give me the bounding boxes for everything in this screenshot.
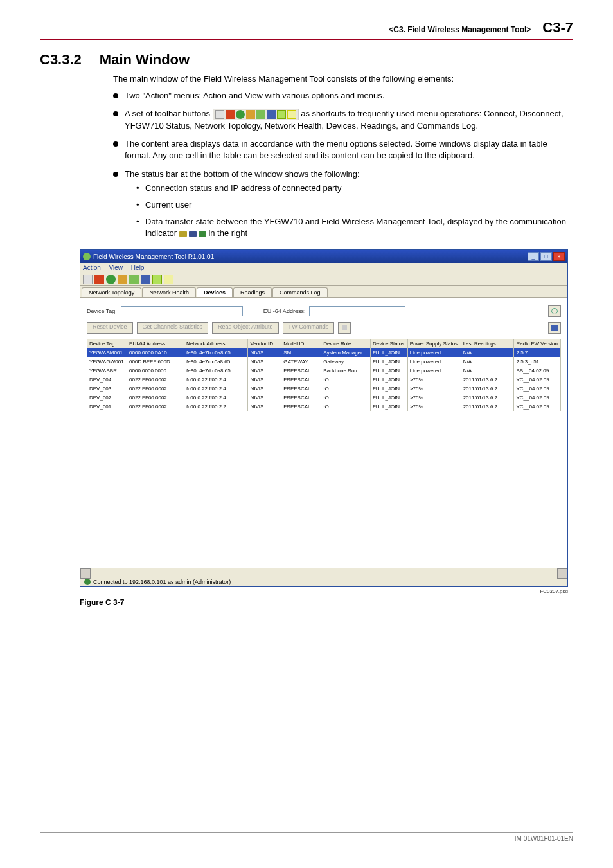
table-cell[interactable]: FULL_JOIN bbox=[370, 402, 407, 411]
table-cell[interactable]: NIVIS bbox=[248, 375, 281, 384]
column-header[interactable]: Network Address bbox=[184, 339, 248, 348]
table-cell[interactable]: FREESCAL... bbox=[281, 375, 321, 384]
table-cell[interactable]: N/A bbox=[461, 366, 514, 375]
tb-health-icon[interactable] bbox=[129, 275, 139, 284]
table-cell[interactable]: DEV_002 bbox=[87, 393, 127, 402]
table-cell[interactable]: IO bbox=[321, 402, 371, 411]
column-header[interactable]: Model ID bbox=[281, 339, 321, 348]
table-cell[interactable]: FULL_JOIN bbox=[370, 348, 407, 357]
table-cell[interactable]: 2011/01/13 6:2... bbox=[461, 375, 514, 384]
table-cell[interactable]: SM bbox=[281, 348, 321, 357]
table-row[interactable]: DEV_0010022:FF00:0002:...fc00:0:22:ff00:… bbox=[87, 402, 561, 411]
table-cell[interactable]: YFGW-SM001 bbox=[87, 348, 127, 357]
table-cell[interactable]: 0022:FF00:0002:... bbox=[127, 402, 184, 411]
table-cell[interactable]: NIVIS bbox=[248, 348, 281, 357]
tb-topology-icon[interactable] bbox=[118, 275, 127, 284]
table-cell[interactable]: IO bbox=[321, 393, 371, 402]
column-header[interactable]: EUI-64 Address bbox=[127, 339, 184, 348]
table-cell[interactable]: YC__04.02.09 bbox=[514, 375, 561, 384]
tb-commands-icon[interactable] bbox=[164, 275, 173, 284]
table-cell[interactable]: 0022:FF00:0002:... bbox=[127, 384, 184, 393]
tab-devices[interactable]: Devices bbox=[197, 287, 233, 297]
table-row[interactable]: YFGW-BBR0010000:0000:0000:...fe80::4e7d:… bbox=[87, 366, 561, 375]
tab-network-health[interactable]: Network Health bbox=[142, 287, 196, 297]
tb-disconnect-icon[interactable] bbox=[94, 275, 104, 284]
read-object-button[interactable]: Read Object Attribute bbox=[212, 322, 279, 334]
table-cell[interactable]: Backbone Rou... bbox=[321, 366, 371, 375]
column-header[interactable]: Vendor ID bbox=[248, 339, 281, 348]
table-cell[interactable]: fe80::4e7d:c0a8:65 bbox=[184, 366, 248, 375]
table-cell[interactable]: FULL_JOIN bbox=[370, 384, 407, 393]
table-cell[interactable]: >75% bbox=[407, 375, 461, 384]
table-cell[interactable]: Line powered bbox=[407, 348, 461, 357]
column-header[interactable]: Power Supply Status bbox=[407, 339, 461, 348]
table-cell[interactable]: 2011/01/13 6:2... bbox=[461, 384, 514, 393]
table-cell[interactable]: NIVIS bbox=[248, 393, 281, 402]
table-cell[interactable]: 2011/01/13 6:2... bbox=[461, 393, 514, 402]
table-cell[interactable]: fc00:0:22:ff00:2:4... bbox=[184, 384, 248, 393]
device-tag-input[interactable] bbox=[121, 306, 243, 316]
table-cell[interactable]: FULL_JOIN bbox=[370, 375, 407, 384]
tb-readings-icon[interactable] bbox=[152, 275, 162, 284]
tab-readings[interactable]: Readings bbox=[233, 287, 272, 297]
column-header[interactable]: Device Tag bbox=[87, 339, 127, 348]
table-cell[interactable]: YFGW-BBR001 bbox=[87, 366, 127, 375]
table-cell[interactable]: FULL_JOIN bbox=[370, 393, 407, 402]
table-cell[interactable]: NIVIS bbox=[248, 357, 281, 366]
table-cell[interactable]: NIVIS bbox=[248, 366, 281, 375]
table-cell[interactable]: FREESCAL... bbox=[281, 393, 321, 402]
table-cell[interactable]: IO bbox=[321, 375, 371, 384]
table-cell[interactable]: BB__04.02.09 bbox=[514, 366, 561, 375]
tab-network-topology[interactable]: Network Topology bbox=[82, 287, 141, 297]
table-cell[interactable]: FULL_JOIN bbox=[370, 357, 407, 366]
tb-connect-icon[interactable] bbox=[83, 275, 93, 284]
reset-device-button[interactable]: Reset Device bbox=[87, 322, 133, 334]
tab-commands-log[interactable]: Commands Log bbox=[272, 287, 328, 297]
table-cell[interactable]: 2011/01/13 6:2... bbox=[461, 402, 514, 411]
save-button[interactable] bbox=[548, 322, 561, 334]
table-cell[interactable]: 0000:0000:0000:... bbox=[127, 366, 184, 375]
tb-devices-icon[interactable] bbox=[141, 275, 150, 284]
table-row[interactable]: DEV_0020022:FF00:0002:...fc00:0:22:ff00:… bbox=[87, 393, 561, 402]
table-row[interactable]: YFGW-GW001600D:BEEF:600D:...fe80::4e7c:c… bbox=[87, 357, 561, 366]
table-cell[interactable]: GATEWAY bbox=[281, 357, 321, 366]
fw-commands-picker[interactable] bbox=[338, 322, 351, 334]
table-row[interactable]: DEV_0030022:FF00:0002:...fc00:0:22:ff00:… bbox=[87, 384, 561, 393]
table-cell[interactable]: N/A bbox=[461, 357, 514, 366]
minimize-button[interactable]: _ bbox=[528, 252, 539, 261]
table-cell[interactable]: fe80::4e7c:c0a8:65 bbox=[184, 357, 248, 366]
table-cell[interactable]: 600D:BEEF:600D:... bbox=[127, 357, 184, 366]
maximize-button[interactable]: □ bbox=[540, 252, 552, 261]
table-cell[interactable]: Line powered bbox=[407, 366, 461, 375]
close-button[interactable]: × bbox=[553, 252, 565, 261]
table-cell[interactable]: IO bbox=[321, 384, 371, 393]
table-cell[interactable]: 0000:0000:0A10:... bbox=[127, 348, 184, 357]
menu-help[interactable]: Help bbox=[131, 264, 145, 271]
table-cell[interactable]: Line powered bbox=[407, 357, 461, 366]
table-cell[interactable]: System Manager bbox=[321, 348, 371, 357]
table-cell[interactable]: FULL_JOIN bbox=[370, 366, 407, 375]
horizontal-scrollbar[interactable] bbox=[80, 568, 567, 577]
tb-status-icon[interactable] bbox=[106, 275, 116, 284]
table-cell[interactable]: N/A bbox=[461, 348, 514, 357]
table-cell[interactable]: >75% bbox=[407, 393, 461, 402]
table-cell[interactable]: 2.5.3_b51 bbox=[514, 357, 561, 366]
table-cell[interactable]: YC__04.02.09 bbox=[514, 402, 561, 411]
table-cell[interactable]: DEV_001 bbox=[87, 402, 127, 411]
table-row[interactable]: YFGW-SM0010000:0000:0A10:...fe80::4e7b:c… bbox=[87, 348, 561, 357]
table-cell[interactable]: FREESCAL... bbox=[281, 402, 321, 411]
table-row[interactable]: DEV_0040022:FF00:0002:...fc00:0:22:ff00:… bbox=[87, 375, 561, 384]
get-channels-button[interactable]: Get Channels Statistics bbox=[137, 322, 209, 334]
table-cell[interactable]: NIVIS bbox=[248, 402, 281, 411]
table-cell[interactable]: >75% bbox=[407, 402, 461, 411]
table-cell[interactable]: fc00:0:22:ff00:2:2... bbox=[184, 402, 248, 411]
table-cell[interactable]: NIVIS bbox=[248, 384, 281, 393]
table-cell[interactable]: 2.5.7 bbox=[514, 348, 561, 357]
table-cell[interactable]: YC__04.02.09 bbox=[514, 393, 561, 402]
menu-view[interactable]: View bbox=[109, 264, 123, 271]
table-cell[interactable]: 0022:FF00:0002:... bbox=[127, 375, 184, 384]
table-cell[interactable]: DEV_004 bbox=[87, 375, 127, 384]
table-cell[interactable]: FREESCAL... bbox=[281, 384, 321, 393]
table-cell[interactable]: DEV_003 bbox=[87, 384, 127, 393]
column-header[interactable]: Last Readings bbox=[461, 339, 514, 348]
